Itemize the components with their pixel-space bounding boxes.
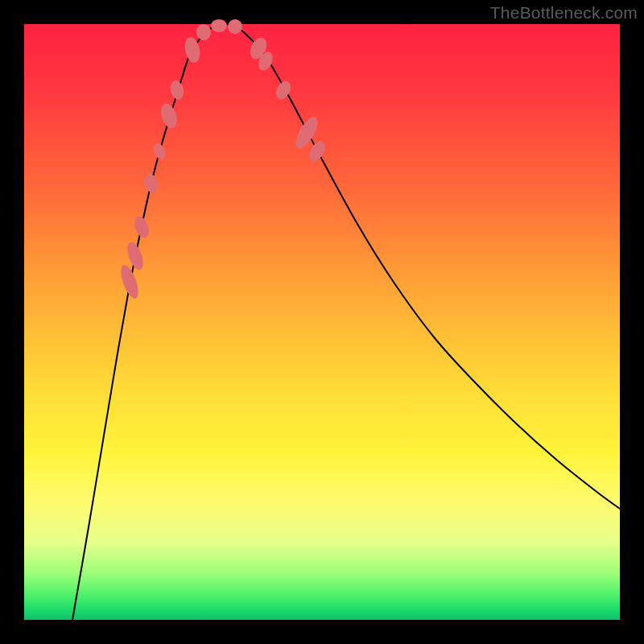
curve-line — [72, 24, 620, 620]
data-marker — [211, 19, 227, 32]
plot-svg — [24, 24, 620, 620]
plot-area — [24, 24, 620, 620]
data-marker — [227, 19, 243, 35]
data-marker — [151, 142, 167, 161]
data-marker — [132, 214, 152, 240]
data-marker — [158, 101, 180, 130]
data-marker — [306, 138, 328, 164]
data-marker — [142, 172, 159, 194]
data-marker — [196, 23, 212, 41]
chart-frame: TheBottleneck.com — [0, 0, 644, 644]
data-marker — [168, 79, 185, 101]
watermark-text: TheBottleneck.com — [490, 3, 638, 23]
marker-group — [118, 19, 328, 301]
